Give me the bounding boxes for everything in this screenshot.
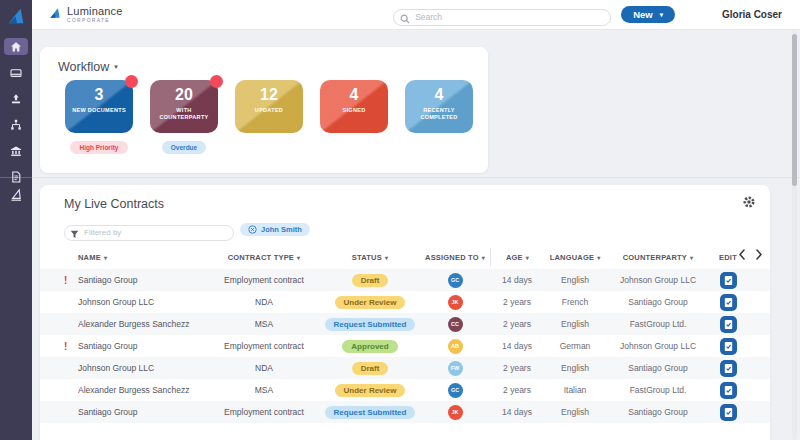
user-menu[interactable]: GC Gloria Coser	[701, 7, 782, 22]
table-row[interactable]: Alexander Burgess SanchezzMSARequest Sub…	[40, 313, 770, 335]
table-row[interactable]: Alexander Burgess SanchezzMSAUnder Revie…	[40, 379, 770, 401]
workflow-card-count: 3	[95, 86, 104, 104]
cell-name: Santiago Group	[78, 407, 208, 417]
gear-icon[interactable]	[742, 195, 756, 213]
remove-filter-icon[interactable]	[248, 225, 257, 234]
status-badge: Draft	[352, 274, 389, 287]
table-row[interactable]: Santiago GroupEmployment contractRequest…	[40, 401, 770, 423]
cell-contract-type: Employment contract	[208, 407, 320, 417]
upload-icon	[10, 93, 22, 105]
filter-chip-john-smith[interactable]: John Smith	[240, 223, 310, 236]
user-name: Gloria Coser	[722, 9, 782, 20]
search-input[interactable]	[393, 9, 611, 26]
cell-age: 14 days	[490, 275, 544, 285]
cell-edit	[710, 272, 746, 289]
edit-button[interactable]	[720, 272, 737, 289]
workflow-card-signed[interactable]: 4SIGNED	[320, 80, 388, 133]
sidebar-item-upload[interactable]	[4, 90, 28, 107]
table-row[interactable]: Johnson Group LLCNDADraftFW2 yearsEnglis…	[40, 357, 770, 379]
edit-button[interactable]	[720, 404, 737, 421]
workflow-card-label: WITH COUNTERPARTY	[150, 107, 218, 122]
column-header-label: STATUS	[352, 253, 382, 262]
filter-chip-label: John Smith	[261, 225, 302, 234]
edit-doc-icon	[723, 407, 734, 418]
cell-name: Santiago Group	[78, 275, 208, 285]
cell-language: English	[544, 275, 606, 285]
cell-age: 2 years	[490, 319, 544, 329]
cell-language: French	[544, 297, 606, 307]
cell-status: Under Review	[320, 384, 420, 397]
sort-caret-icon: ▾	[385, 254, 388, 261]
workflow-card-updated[interactable]: 12UPDATED	[235, 80, 303, 133]
cell-age: 14 days	[490, 407, 544, 417]
edit-button[interactable]	[720, 316, 737, 333]
table-pager	[738, 249, 763, 260]
sidebar-footer-item[interactable]	[0, 188, 32, 202]
edit-button[interactable]	[720, 294, 737, 311]
priority-icon: !	[64, 341, 78, 352]
cell-assigned-to: JK	[420, 405, 490, 420]
column-header-label: EDIT	[719, 253, 737, 262]
column-header-label: CONTRACT TYPE	[228, 253, 294, 262]
cell-name: Santiago Group	[78, 341, 208, 351]
workflow-card-with-counterparty[interactable]: 20WITH COUNTERPARTY	[150, 80, 218, 133]
column-header-contract-type[interactable]: CONTRACT TYPE▾	[208, 248, 320, 266]
scrollbar-thumb[interactable]	[792, 34, 797, 186]
table-row[interactable]: !Santiago GroupEmployment contractApprov…	[40, 335, 770, 357]
cell-status: Request Submitted	[320, 406, 420, 419]
cell-edit	[710, 382, 746, 399]
sidebar-item-org-chart[interactable]	[4, 116, 28, 133]
sidebar-divider	[0, 177, 32, 178]
workflow-badge[interactable]: Overdue	[162, 141, 206, 154]
cell-assigned-to: JK	[420, 295, 490, 310]
cell-name: Alexander Burgess Sanchezz	[78, 319, 208, 329]
brand-subtitle: CORPORATE	[67, 18, 123, 23]
sidebar-item-home[interactable]	[4, 38, 28, 55]
workflow-card-recently-completed[interactable]: 4RECENTLY COMPLETED	[405, 80, 473, 133]
cell-assigned-to: AB	[420, 339, 490, 354]
sidebar-item-card[interactable]	[4, 64, 28, 81]
new-button[interactable]: New ▾	[621, 6, 675, 23]
chevron-left-icon[interactable]	[738, 249, 746, 260]
workflow-title[interactable]: Workflow ▾	[58, 60, 118, 74]
workflow-card-count: 4	[435, 86, 444, 104]
column-header-age[interactable]: AGE▾	[490, 248, 544, 266]
notification-dot	[125, 75, 138, 88]
column-header-counterparty[interactable]: COUNTERPARTY▾	[606, 248, 710, 266]
workflow-card-new-documents[interactable]: 3NEW DOCUMENTS	[65, 80, 133, 133]
table-row[interactable]: !Santiago GroupEmployment contractDraftG…	[40, 269, 770, 291]
workflow-card-label: NEW DOCUMENTS	[68, 107, 130, 114]
cell-name: Alexander Burgess Sanchezz	[78, 385, 208, 395]
card-icon	[10, 67, 22, 79]
cell-status: Under Review	[320, 296, 420, 309]
workflow-card-label: SIGNED	[339, 107, 370, 114]
table-row[interactable]: Johnson Group LLCNDAUnder ReviewJK2 year…	[40, 291, 770, 313]
cell-contract-type: Employment contract	[208, 341, 320, 351]
assignee-avatar: FW	[448, 361, 463, 376]
sidebar-item-bank[interactable]	[4, 142, 28, 159]
status-badge: Under Review	[335, 384, 406, 397]
workflow-badge[interactable]: High Priority	[70, 141, 127, 154]
edit-button[interactable]	[720, 338, 737, 355]
status-badge: Approved	[342, 340, 397, 353]
cell-edit	[710, 294, 746, 311]
column-header-language[interactable]: LANGUAGE▾	[544, 248, 606, 266]
filter-input[interactable]	[64, 225, 234, 241]
cell-contract-type: NDA	[208, 297, 320, 307]
filter-field	[64, 221, 234, 237]
workflow-cards: 3NEW DOCUMENTSHigh Priority20WITH COUNTE…	[65, 80, 473, 154]
edit-button[interactable]	[720, 360, 737, 377]
column-header-status[interactable]: STATUS▾	[320, 248, 420, 266]
chevron-right-icon[interactable]	[755, 249, 763, 260]
cell-age: 14 days	[490, 341, 544, 351]
cell-assigned-to: FW	[420, 361, 490, 376]
contracts-table-body: !Santiago GroupEmployment contractDraftG…	[40, 269, 770, 423]
cell-counterparty: Johnson Group LLC	[606, 275, 710, 285]
status-badge: Request Submitted	[325, 318, 416, 331]
sidebar	[0, 0, 32, 440]
column-header-assigned-to[interactable]: ASSIGNED TO▾	[420, 248, 490, 266]
edit-button[interactable]	[720, 382, 737, 399]
edit-doc-icon	[723, 385, 734, 396]
cell-status: Draft	[320, 274, 420, 287]
column-header-name[interactable]: NAME▾	[78, 248, 208, 266]
